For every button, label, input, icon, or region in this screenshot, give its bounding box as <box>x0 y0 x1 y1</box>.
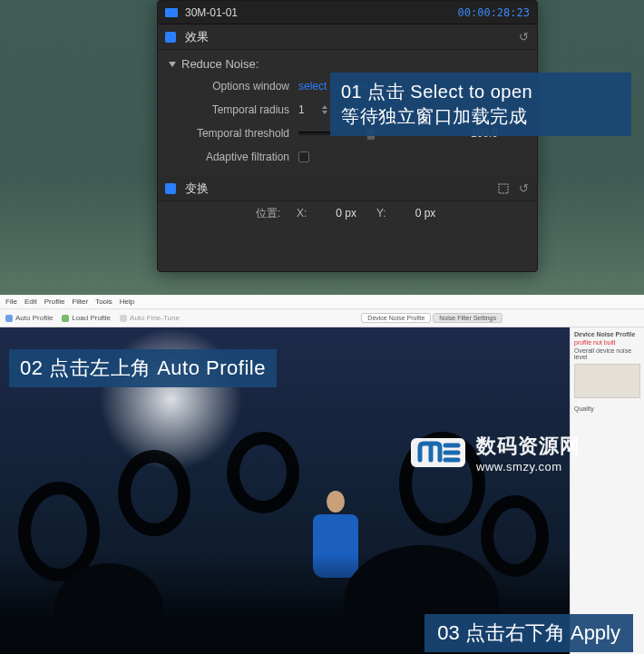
wand-icon <box>5 315 13 322</box>
temporal-radius-label: Temporal radius <box>158 103 298 116</box>
bokeh-shape <box>227 432 299 513</box>
menubar[interactable]: File Edit Profile Filter Tools Help <box>0 295 644 309</box>
crop-icon[interactable] <box>497 182 510 195</box>
y-label: Y: <box>376 207 386 220</box>
adaptive-filtration-checkbox[interactable] <box>298 151 309 162</box>
bokeh-shape <box>118 450 190 536</box>
x-label: X: <box>297 207 307 220</box>
section-effects[interactable]: 效果 ↺ <box>158 24 537 50</box>
folder-icon <box>62 315 69 322</box>
adaptive-filtration-label: Adaptive filtration <box>158 151 298 163</box>
side-panel: Device Noise Profile profile not built O… <box>570 327 644 654</box>
temporal-threshold-label: Temporal threshold <box>158 127 298 140</box>
audience-silhouette <box>54 563 163 654</box>
side-panel-header: Device Noise Profile <box>574 331 640 337</box>
watermark-line2: www.smzy.com <box>476 460 581 473</box>
section-transform[interactable]: 变换 ↺ <box>158 176 537 201</box>
options-window-label: Options window <box>158 80 298 93</box>
inspector-panel: 30M-01-01 00:00:28:23 效果 ↺ Reduce Noise:… <box>157 0 538 272</box>
fine-tune-button[interactable]: Auto Fine-Tune <box>120 314 180 322</box>
checkbox-icon[interactable] <box>165 32 176 43</box>
temporal-radius-value[interactable]: 1 <box>298 103 315 116</box>
temporal-radius-stepper[interactable] <box>322 105 327 114</box>
disclosure-triangle-icon[interactable] <box>169 62 176 67</box>
menu-item[interactable]: File <box>5 298 17 306</box>
load-profile-button[interactable]: Load Profile <box>62 314 111 322</box>
mode-tabs: Device Noise Profile Noise Filter Settin… <box>361 313 503 323</box>
clip-title: 30M-01-01 <box>185 6 238 19</box>
side-note: Overall device noise level <box>574 347 640 360</box>
profile-status: profile not built <box>574 339 640 346</box>
callout-02-text: 02 点击左上角 Auto Profile <box>20 356 266 379</box>
watermark-logo-icon <box>409 431 467 474</box>
callout-01-line1: 01 点击 Select to open <box>341 80 620 104</box>
svg-rect-0 <box>499 184 508 193</box>
toolbar: Auto Profile Load Profile Auto Fine-Tune… <box>0 309 644 327</box>
menu-item[interactable]: Profile <box>44 298 65 306</box>
watermark-line1: 数码资源网 <box>476 433 581 460</box>
checkbox-icon[interactable] <box>165 183 176 194</box>
callout-02: 02 点击左上角 Auto Profile <box>9 349 277 387</box>
position-label: 位置: <box>256 206 280 221</box>
callout-01: 01 点击 Select to open 等待独立窗口加载完成 <box>330 73 631 136</box>
param-adaptive-filtration: Adaptive filtration <box>158 145 537 169</box>
clip-header: 30M-01-01 00:00:28:23 <box>158 1 537 24</box>
menu-item[interactable]: Tools <box>95 298 112 306</box>
effect-disclosure-row[interactable]: Reduce Noise: <box>158 54 537 74</box>
menu-item[interactable]: Help <box>120 298 134 306</box>
callout-03-text: 03 点击右下角 Apply <box>437 621 620 644</box>
clip-icon <box>165 8 178 17</box>
y-value[interactable]: 0 px <box>415 207 436 220</box>
callout-01-line2: 等待独立窗口加载完成 <box>341 104 620 129</box>
effect-title: Reduce Noise: <box>181 57 259 71</box>
x-value[interactable]: 0 px <box>336 207 356 220</box>
watermark: 数码资源网 www.smzy.com <box>409 431 581 474</box>
tab-device-noise-profile[interactable]: Device Noise Profile <box>361 313 431 323</box>
callout-03: 03 点击右下角 Apply <box>424 614 633 652</box>
reset-icon[interactable]: ↺ <box>517 31 530 44</box>
tune-icon <box>120 315 127 322</box>
section-transform-label: 变换 <box>185 181 209 197</box>
quality-label: Quality <box>574 405 640 412</box>
fine-tune-label: Auto Fine-Tune <box>130 314 180 322</box>
tutorial-panel-bottom: File Edit Profile Filter Tools Help Auto… <box>0 295 644 654</box>
profile-well <box>574 364 640 398</box>
reset-icon[interactable]: ↺ <box>517 182 530 195</box>
transform-position-row: 位置: X: 0 px Y: 0 px <box>158 201 537 225</box>
load-profile-label: Load Profile <box>72 314 111 322</box>
menu-item[interactable]: Filter <box>72 298 88 306</box>
menu-item[interactable]: Edit <box>24 298 37 306</box>
auto-profile-button[interactable]: Auto Profile <box>5 314 53 322</box>
clip-timecode: 00:00:28:23 <box>458 6 530 19</box>
tab-noise-filter-settings[interactable]: Noise Filter Settings <box>433 313 503 323</box>
watermark-text: 数码资源网 www.smzy.com <box>476 433 581 473</box>
auto-profile-label: Auto Profile <box>15 314 53 322</box>
section-effects-label: 效果 <box>185 29 209 45</box>
tutorial-panel-top: 30M-01-01 00:00:28:23 效果 ↺ Reduce Noise:… <box>0 0 644 295</box>
